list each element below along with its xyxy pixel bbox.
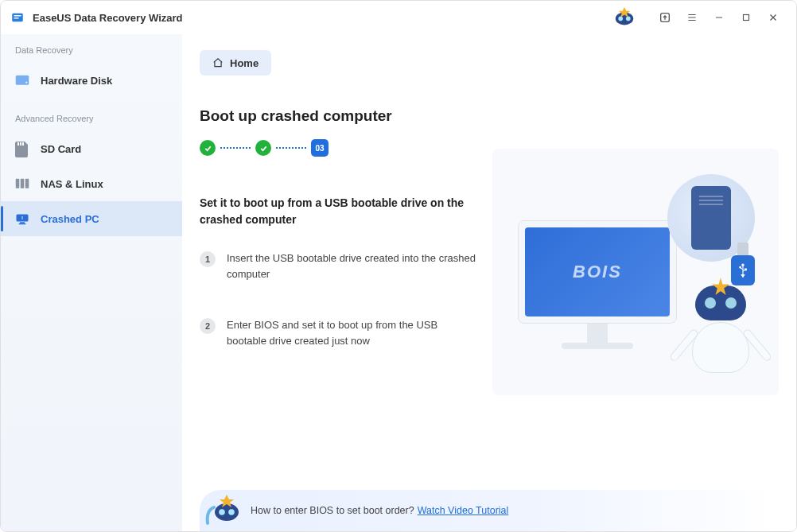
footer-mascot-icon	[203, 491, 246, 526]
svg-rect-25	[19, 223, 26, 224]
instructions-heading: Set it to boot up from a USB bootable dr…	[200, 195, 480, 228]
step-connector	[276, 147, 306, 149]
step-1-done	[200, 140, 216, 156]
sidebar-item-label: Crashed PC	[41, 213, 99, 225]
sidebar-item-sd-card[interactable]: SD Card	[1, 131, 182, 166]
sd-card-icon	[15, 143, 29, 154]
instruction-step-2: 2 Enter BIOS and set it to boot up from …	[200, 317, 480, 349]
svg-point-31	[215, 503, 239, 521]
svg-rect-21	[21, 179, 25, 188]
instruction-step-1: 1 Insert the USB bootable drive created …	[200, 250, 480, 282]
sidebar-item-hardware-disk[interactable]: Hardware Disk	[1, 63, 182, 98]
svg-rect-20	[16, 179, 20, 188]
svg-point-4	[618, 17, 623, 21]
nas-icon	[15, 178, 29, 189]
sidebar-section-data-recovery: Data Recovery	[1, 45, 182, 63]
svg-rect-17	[17, 142, 19, 146]
home-button-label: Home	[230, 57, 259, 69]
sidebar-item-nas-linux[interactable]: NAS & Linux	[1, 166, 182, 201]
main-area: Data Recovery Hardware Disk Advanced Rec…	[1, 34, 796, 531]
content-body: Set it to boot up from a USB bootable dr…	[200, 195, 779, 395]
svg-rect-24	[20, 222, 25, 223]
monitor-screen-text: BOIS	[525, 227, 670, 316]
minimize-button[interactable]	[706, 4, 733, 31]
step-text: Enter BIOS and set it to boot up from th…	[227, 317, 480, 349]
svg-point-32	[219, 509, 225, 515]
content-area: Home Boot up crashed computer 03 Set it …	[182, 34, 796, 531]
titlebar: EaseUS Data Recovery Wizard	[1, 1, 796, 34]
svg-rect-12	[744, 15, 749, 21]
mascot-icon[interactable]	[612, 6, 637, 29]
menu-button[interactable]	[678, 4, 706, 31]
footer-bar: How to enter BIOS to set boot order? Wat…	[200, 490, 779, 531]
step-number: 1	[200, 251, 216, 267]
app-logo-icon	[10, 10, 25, 25]
svg-point-5	[626, 17, 631, 21]
svg-point-29	[740, 266, 741, 268]
illustration: BOIS	[492, 149, 779, 395]
sidebar-item-crashed-pc[interactable]: ! Crashed PC	[1, 201, 182, 236]
sidebar-item-label: SD Card	[41, 143, 81, 155]
step-2-done	[255, 140, 271, 156]
svg-rect-2	[14, 17, 19, 19]
page-title: Boot up crashed computer	[200, 107, 779, 125]
svg-rect-1	[14, 15, 21, 17]
svg-rect-18	[20, 142, 21, 146]
home-button[interactable]: Home	[200, 50, 271, 76]
close-button[interactable]	[760, 4, 787, 31]
robot-mascot	[677, 278, 764, 389]
hardware-disk-icon	[15, 75, 29, 86]
upload-button[interactable]	[651, 4, 678, 31]
step-number: 2	[200, 318, 216, 334]
instructions: Set it to boot up from a USB bootable dr…	[200, 195, 480, 395]
sidebar-section-advanced-recovery: Advanced Recovery	[1, 114, 182, 131]
maximize-button[interactable]	[733, 4, 760, 31]
svg-text:!: !	[21, 216, 23, 220]
step-text: Insert the USB bootable drive created in…	[227, 250, 480, 282]
step-connector	[220, 147, 251, 149]
svg-point-33	[228, 509, 235, 515]
svg-rect-30	[745, 269, 747, 270]
footer-text: How to enter BIOS to set boot order?	[251, 505, 414, 516]
sidebar-item-label: Hardware Disk	[41, 75, 112, 87]
sidebar: Data Recovery Hardware Disk Advanced Rec…	[1, 34, 182, 531]
app-title: EaseUS Data Recovery Wizard	[33, 12, 182, 24]
svg-rect-22	[25, 179, 29, 188]
svg-rect-19	[22, 142, 24, 146]
svg-point-16	[25, 82, 27, 83]
sidebar-item-label: NAS & Linux	[41, 178, 103, 190]
crashed-pc-icon: !	[15, 213, 29, 224]
footer-link[interactable]: Watch Video Tutorial	[418, 505, 509, 516]
svg-point-27	[742, 264, 744, 266]
svg-rect-15	[16, 76, 29, 85]
step-3-current: 03	[311, 139, 329, 157]
monitor-graphic: BOIS	[518, 220, 677, 349]
